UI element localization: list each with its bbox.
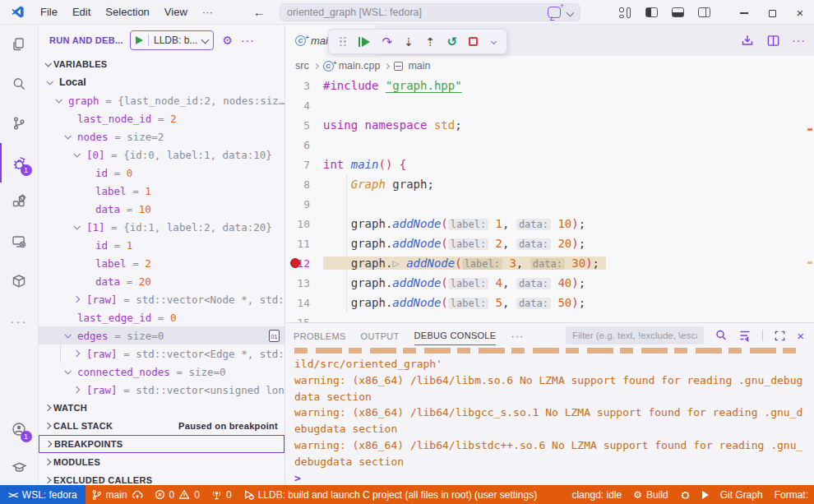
- line-number[interactable]: 15: [285, 317, 323, 323]
- toolbar-drag-handle[interactable]: [340, 37, 346, 47]
- variable-row[interactable]: [raw] = std::vector<Node *, std:…: [39, 290, 284, 308]
- variable-row[interactable]: id = 1: [39, 236, 284, 254]
- breadcrumb-symbol[interactable]: main: [408, 60, 430, 72]
- back-arrow-icon[interactable]: ←: [253, 5, 266, 19]
- debug-config-dropdown[interactable]: LLDB: b...: [130, 30, 214, 50]
- variable-row[interactable]: connected_nodes = size=0: [39, 363, 284, 381]
- menu-edit[interactable]: Edit: [65, 0, 98, 25]
- explorer-icon[interactable]: [0, 25, 39, 64]
- debug-console-output[interactable]: ild/src/oriented_graph' warning: (x86_64…: [285, 348, 814, 485]
- format-item[interactable]: Format:: [769, 485, 814, 504]
- stop-options-chevron-icon[interactable]: [491, 39, 497, 44]
- menu-view[interactable]: View: [157, 0, 195, 25]
- download-icon[interactable]: [740, 33, 755, 48]
- menu-more[interactable]: ···: [195, 0, 220, 25]
- variable-row[interactable]: [1] = {id:1, label:2, data:20}: [39, 218, 284, 236]
- debug-settings-gear-icon[interactable]: ⚙: [222, 34, 233, 47]
- variable-row[interactable]: [raw] = std::vector<unsigned long…: [39, 381, 284, 399]
- section-excluded-callers[interactable]: EXCLUDED CALLERS: [39, 471, 284, 485]
- debug-config-item[interactable]: LLDB: build and launch C project (all fi…: [238, 485, 543, 504]
- variable-row[interactable]: label = 1: [39, 182, 284, 200]
- line-number[interactable]: 13: [285, 277, 323, 289]
- command-center-search[interactable]: oriented_graph [WSL: fedora]: [280, 3, 580, 21]
- customize-layout-icon[interactable]: [619, 7, 631, 18]
- variable-row-selected[interactable]: edges = size=001: [39, 326, 284, 344]
- section-watch[interactable]: WATCH: [39, 399, 284, 417]
- line-number[interactable]: 6: [285, 139, 323, 151]
- run-task-item[interactable]: [696, 485, 715, 504]
- minimize-button[interactable]: [730, 7, 758, 19]
- build-item[interactable]: ⚙ Build: [627, 485, 673, 504]
- maximize-panel-icon[interactable]: [774, 330, 786, 342]
- breadcrumb-folder[interactable]: src: [295, 60, 309, 72]
- close-panel-icon[interactable]: ×: [797, 329, 804, 343]
- toggle-secondary-sidebar-icon[interactable]: [698, 7, 710, 17]
- close-button[interactable]: ×: [786, 6, 814, 20]
- containers-icon[interactable]: [0, 261, 39, 301]
- manage-icon[interactable]: [0, 449, 39, 485]
- section-call-stack[interactable]: CALL STACKPaused on breakpoint: [39, 417, 284, 435]
- console-prompt[interactable]: >: [294, 470, 814, 485]
- code-editor[interactable]: 3#include "graph.hpp" 4 5using namespace…: [285, 76, 814, 322]
- extensions-icon[interactable]: [0, 183, 39, 222]
- debug-views-more-icon[interactable]: ···: [241, 34, 255, 47]
- step-over-button[interactable]: ↷: [382, 35, 392, 49]
- console-filter-input[interactable]: [566, 326, 704, 344]
- line-number[interactable]: 3: [285, 80, 323, 92]
- search-icon[interactable]: [0, 64, 39, 104]
- variable-row[interactable]: nodes = size=2: [39, 127, 284, 146]
- menu-selection[interactable]: Selection: [98, 0, 156, 25]
- line-number[interactable]: 10: [285, 218, 323, 230]
- panel-more-tabs-icon[interactable]: ···: [511, 330, 524, 342]
- toggle-primary-sidebar-icon[interactable]: [645, 7, 658, 17]
- breadcrumb-file[interactable]: main.cpp: [339, 60, 381, 72]
- variable-row[interactable]: label = 2: [39, 254, 284, 272]
- toggle-panel-icon[interactable]: [672, 7, 684, 17]
- git-graph-item[interactable]: Git Graph: [715, 485, 769, 504]
- accounts-icon[interactable]: 1: [0, 409, 39, 449]
- editor-more-actions-icon[interactable]: ···: [792, 34, 806, 47]
- debug-item[interactable]: [674, 485, 696, 504]
- chevron-down-icon[interactable]: [567, 8, 575, 16]
- tab-output[interactable]: OUTPUT: [361, 326, 400, 345]
- tab-debug-console[interactable]: DEBUG CONSOLE: [414, 326, 497, 345]
- restart-button[interactable]: ↺: [447, 35, 458, 49]
- line-number[interactable]: 5: [285, 119, 323, 132]
- section-breakpoints[interactable]: BREAKPOINTS: [39, 435, 284, 453]
- breakpoint-icon[interactable]: [290, 258, 300, 268]
- clangd-status-item[interactable]: clangd: idle: [566, 485, 627, 504]
- variable-row[interactable]: last_node_id = 2: [39, 109, 284, 127]
- ports-item[interactable]: 0: [206, 485, 238, 504]
- stop-button[interactable]: [469, 37, 478, 46]
- remote-explorer-icon[interactable]: [0, 222, 39, 261]
- line-number[interactable]: 7: [285, 159, 323, 171]
- menu-file[interactable]: File: [33, 0, 65, 25]
- copilot-chat-icon[interactable]: [548, 7, 561, 18]
- start-debug-icon[interactable]: [136, 36, 143, 44]
- problems-item[interactable]: 0 0: [149, 485, 206, 504]
- split-editor-icon[interactable]: [766, 34, 780, 48]
- git-branch-item[interactable]: main: [86, 485, 149, 504]
- tab-problems[interactable]: PROBLEMS: [294, 326, 346, 345]
- variable-row[interactable]: last_edge_id = 0: [39, 308, 284, 326]
- line-number[interactable]: 4: [285, 99, 323, 112]
- line-number[interactable]: 14: [285, 297, 323, 309]
- variable-row[interactable]: data = 20: [39, 272, 284, 290]
- source-control-icon[interactable]: [0, 104, 39, 143]
- remote-indicator[interactable]: >< WSL: fedora: [0, 485, 86, 504]
- variable-row[interactable]: Local: [39, 73, 284, 91]
- run-and-debug-icon[interactable]: 1: [0, 143, 39, 183]
- variable-row[interactable]: [raw] = std::vector<Edge *, std:…: [39, 344, 284, 363]
- line-number[interactable]: 8: [285, 178, 323, 191]
- variable-row[interactable]: [0] = {id:0, label:1, data:10}: [39, 146, 284, 164]
- variable-row[interactable]: graph = {last_node_id:2, nodes:siz…: [39, 91, 284, 109]
- line-number[interactable]: 9: [285, 198, 323, 210]
- word-wrap-icon[interactable]: [738, 329, 752, 342]
- line-number[interactable]: 11: [285, 238, 323, 250]
- maximize-button[interactable]: [758, 7, 786, 19]
- step-into-button[interactable]: ⇣: [404, 35, 414, 49]
- binary-view-icon[interactable]: 01: [269, 330, 280, 342]
- more-views-icon[interactable]: ···: [0, 301, 39, 340]
- section-modules[interactable]: MODULES: [39, 453, 284, 471]
- variable-row[interactable]: data = 10: [39, 200, 284, 218]
